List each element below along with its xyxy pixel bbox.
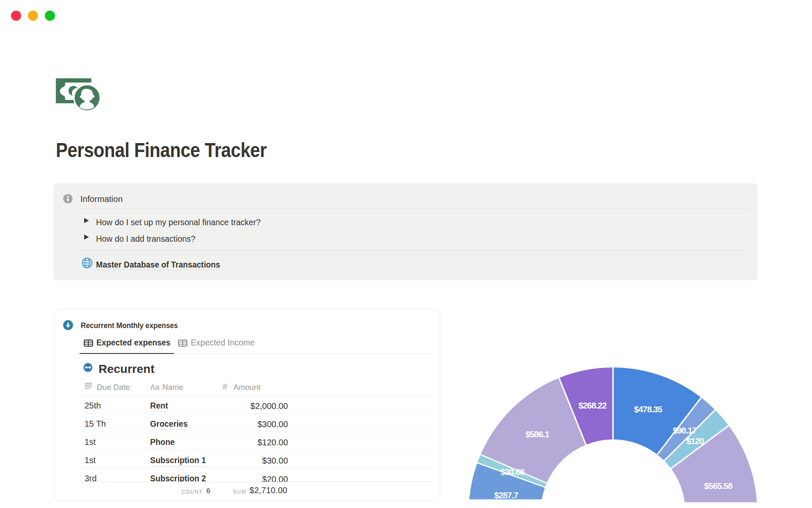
svg-text:$478.35: $478.35 [634,404,662,414]
svg-text:$565.58: $565.58 [704,481,732,491]
svg-text:$120: $120 [686,436,704,446]
svg-text:$98.17: $98.17 [673,425,697,435]
svg-text:$586.1: $586.1 [525,429,549,439]
svg-text:$287.7: $287.7 [494,490,518,500]
svg-text:$268.22: $268.22 [578,400,606,410]
svg-text:$30.68: $30.68 [500,467,524,477]
